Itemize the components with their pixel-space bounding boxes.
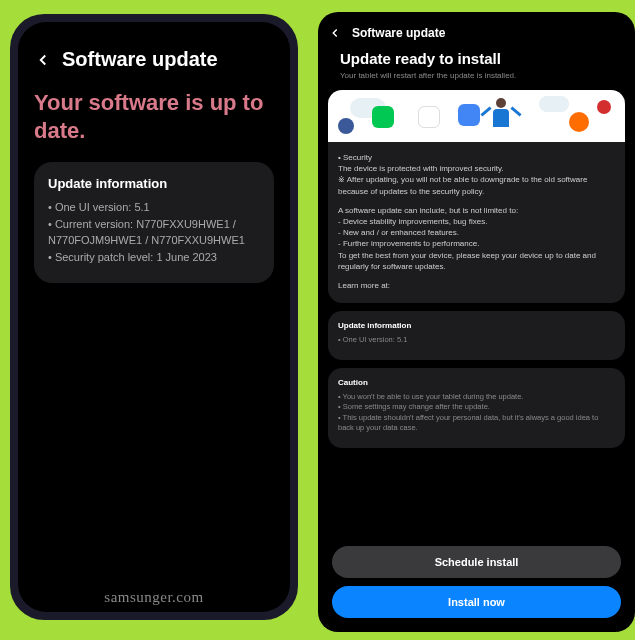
caution-title: Caution <box>338 378 615 387</box>
desc-line: To get the best from your device, please… <box>338 250 615 272</box>
phone-left-frame: Software update Your software is up to d… <box>10 14 298 620</box>
caution-line: • This update shouldn't affect your pers… <box>338 413 615 434</box>
caution-line: • You won't be able to use your tablet d… <box>338 392 615 403</box>
back-icon[interactable] <box>34 51 52 69</box>
desc-line: Learn more at: <box>338 280 615 291</box>
caution-card: Caution • You won't be able to use your … <box>328 368 625 448</box>
update-illustration <box>328 90 625 142</box>
info-line: • Current version: N770FXXU9HWE1 / N770F… <box>48 216 260 249</box>
phone-right-screen: Software update Update ready to install … <box>318 12 635 632</box>
page-title: Software update <box>352 26 445 40</box>
info-line: • One UI version: 5.1 <box>48 199 260 216</box>
desc-line: A software update can include, but is no… <box>338 205 615 216</box>
update-status: Your software is up to date. <box>34 89 274 144</box>
desc-line: • Security <box>338 152 615 163</box>
desc-line: - Further improvements to performance. <box>338 238 615 249</box>
desc-line: - New and / or enhanced features. <box>338 227 615 238</box>
update-info-title: Update information <box>338 321 615 330</box>
action-buttons: Schedule install Install now <box>328 546 625 618</box>
right-header: Software update <box>328 26 625 40</box>
update-description-card: • Security The device is protected with … <box>328 90 625 303</box>
info-line: • One UI version: 5.1 <box>338 335 615 346</box>
back-icon[interactable] <box>328 26 342 40</box>
update-info-card: Update information • One UI version: 5.1 <box>328 311 625 360</box>
desc-line: - Device stability improvements, bug fix… <box>338 216 615 227</box>
update-ready-subtitle: Your tablet will restart after the updat… <box>340 71 625 80</box>
info-line: • Security patch level: 1 June 2023 <box>48 249 260 266</box>
page-title: Software update <box>62 48 218 71</box>
desc-line: The device is protected with improved se… <box>338 163 615 174</box>
phone-left-screen: Software update Your software is up to d… <box>18 22 290 612</box>
schedule-install-button[interactable]: Schedule install <box>332 546 621 578</box>
update-ready-title: Update ready to install <box>340 50 625 67</box>
caution-line: • Some settings may change after the upd… <box>338 402 615 413</box>
update-info-title: Update information <box>48 176 260 191</box>
update-description-body: • Security The device is protected with … <box>328 142 625 303</box>
watermark: samsunger.com <box>104 589 203 606</box>
install-now-button[interactable]: Install now <box>332 586 621 618</box>
desc-line: ※ After updating, you will not be able t… <box>338 174 615 196</box>
update-info-card: Update information • One UI version: 5.1… <box>34 162 274 283</box>
left-header: Software update <box>34 48 274 71</box>
